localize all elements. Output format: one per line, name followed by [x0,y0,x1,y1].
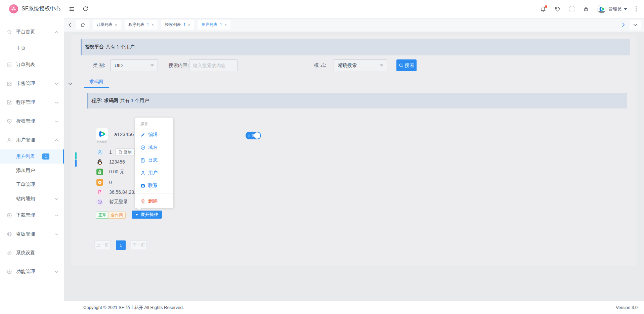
sidebar-item-order-list[interactable]: 订单列表 [0,55,64,74]
tab-auth-list[interactable]: 授权列表 1 × [161,20,194,30]
sidebar-item-label: 授权管理 [16,118,35,124]
sidebar-item-piracy-management[interactable]: 盗版管理 [0,225,64,243]
sidebar-item-label: 用户管理 [16,137,35,143]
user-id-row: 1 复制 [96,148,135,156]
sidebar-item-program-management[interactable]: 程序管理 [0,93,64,112]
dropdown-item-contact[interactable]: 联系 [135,179,173,192]
chevron-down-icon [624,8,627,10]
sidebar-item-site-notice[interactable]: 站内通知 [0,192,64,206]
tab-program-list[interactable]: 程序列表 1 × [125,20,158,30]
expand-actions-button[interactable]: 展开操作 [132,211,162,219]
tab-user-list[interactable]: 用户列表 1 × [198,20,230,30]
search-input[interactable] [189,59,238,71]
close-icon[interactable]: × [224,23,227,27]
last-login-value: 暂无登录 [109,199,128,205]
sidebar-item-feature-management[interactable]: 功能管理 [0,262,64,281]
search-button[interactable]: 搜索 [396,59,417,71]
close-icon[interactable]: × [115,23,117,27]
close-icon[interactable]: × [152,23,154,27]
trash-icon [140,199,145,204]
scroll-indicator-blue [75,160,77,167]
sidebar-item-system-settings[interactable]: 系统设置 [0,243,64,262]
auth-platform-count: 共有 1 个用户 [106,44,135,50]
sidebar-item-ticket-management[interactable]: 工单管理 [0,178,64,192]
log-document-icon [140,158,145,163]
sidebar-item-card-management[interactable]: 卡密管理 [0,74,64,93]
dropdown-item-edit[interactable]: 编辑 [135,128,173,141]
status-tag: 正常 [96,212,109,219]
collapse-sidebar-icon[interactable] [69,6,75,12]
dropdown-header: 操作 [135,120,173,128]
coin-icon [96,179,103,186]
app-title: SF系统授权中心 [22,5,60,12]
qq-row: 123456 [96,159,125,165]
sidebar-item-label: 系统设置 [16,250,35,256]
actions-dropdown: 操作 编辑 域名 日志 [135,118,173,208]
cube-icon [7,269,12,274]
tag-icon[interactable] [555,6,561,12]
app-window: SF系统授权中心 平台首页 主页 订单列表 [0,0,644,314]
mode-label: 模 式: [314,62,326,69]
grid-icon [7,81,12,86]
auth-platform-title: 授权平台 [85,44,104,50]
lock-icon[interactable] [583,6,589,12]
dropdown-item-delete[interactable]: 删除 [135,194,173,208]
sidebar-item-main-page[interactable]: 主页 [0,41,64,55]
chevron-down-icon [151,64,154,66]
admin-user-menu[interactable]: 管理员 [597,5,627,13]
sidebar: SF系统授权中心 平台首页 主页 订单列表 [0,0,64,314]
mode-select[interactable]: 精确搜索 [334,59,387,71]
sidebar-item-auth-management[interactable]: 授权管理 [0,112,64,131]
footer: Copyright © 2021 SF-陌上花开 All Rights Rese… [64,301,644,314]
dropdown-item-user[interactable]: 用户 [135,167,173,179]
tab-order-list[interactable]: 订单列表 × [93,20,121,30]
program-count: 共有 1 个用户 [120,98,149,104]
close-icon[interactable]: × [188,23,190,27]
user-list-badge: 1 [42,153,49,160]
tabs-scroll-right-icon[interactable] [620,23,627,27]
dropdown-divider [135,193,173,193]
more-menu-icon[interactable] [636,6,637,11]
sidebar-item-download-management[interactable]: 下载管理 [0,206,64,225]
dropdown-item-domain[interactable]: 域名 [135,141,173,154]
user-app-avatar [96,128,108,140]
pagination-current-page[interactable]: 1 [116,240,126,250]
category-value: UID [115,63,123,68]
topbar-actions: 管理员 [540,5,637,13]
tabs-scroll-left-icon[interactable] [67,23,74,27]
sidebar-item-user-list[interactable]: 用户列表 1 [0,149,64,164]
tab-count: 1 [147,23,149,27]
toggle-knob [254,132,260,139]
user-icon [7,137,12,143]
sidebar-item-user-management[interactable]: 用户管理 [0,131,64,149]
copy-button[interactable]: 复制 [115,148,135,156]
sidebar-item-platform-home[interactable]: 平台首页 [0,23,64,41]
program-tab-qiumawang[interactable]: 求码网 [84,77,109,88]
dropdown-item-log[interactable]: 日志 [135,154,173,167]
sidebar-item-add-user[interactable]: 添加用户 [0,164,64,178]
caret-down-icon [135,214,138,216]
status-toggle[interactable]: 正常 [246,132,261,139]
collapse-down-icon[interactable] [68,82,73,85]
notifications-bell-icon[interactable] [540,6,546,12]
version-text: Version 3.0 [616,305,638,310]
chevron-down-icon [55,214,58,217]
fullscreen-icon[interactable] [569,6,575,12]
chevron-down-icon [380,64,383,66]
notification-dot [545,5,547,8]
clock-icon [96,198,103,205]
tab-label: 授权列表 [165,22,181,28]
avatar [597,5,606,13]
user-name: a123456 [114,131,134,137]
auth-platform-header: 授权平台 共有 1 个用户 [81,39,630,55]
copy-button-label: 复制 [124,149,132,155]
tabs-menu-icon[interactable] [630,20,641,30]
home-tab[interactable] [76,20,89,30]
refresh-icon[interactable] [83,6,88,12]
chevron-down-icon [55,271,58,273]
content-area: 授权平台 共有 1 个用户 类 别: UID 搜索内容: 模 式: 精确搜索 搜… [64,32,644,301]
category-select[interactable]: UID [110,59,158,71]
chevron-up-icon [55,139,58,141]
pagination-next-button[interactable]: 下一页 [131,240,146,250]
pagination-prev-button[interactable]: 上一页 [94,240,111,250]
